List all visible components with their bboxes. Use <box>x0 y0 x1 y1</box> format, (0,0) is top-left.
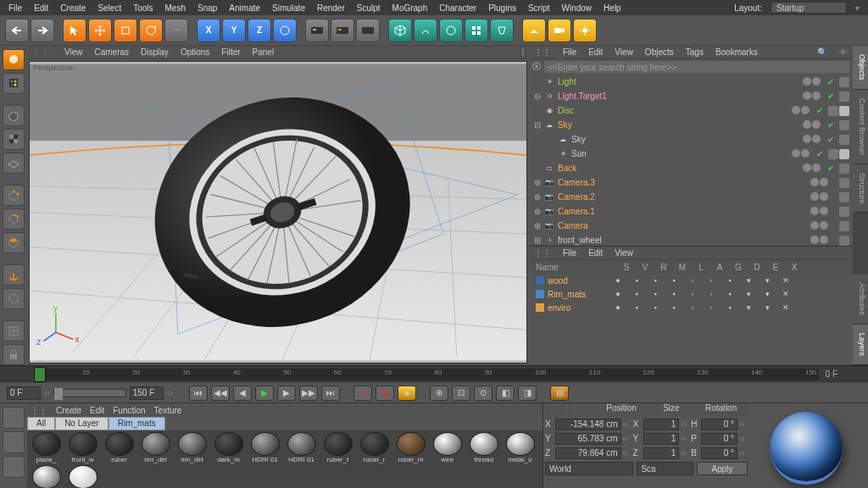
visibility-render-dot[interactable] <box>820 236 828 244</box>
goto-end-button[interactable]: ⏭ <box>321 385 340 401</box>
vp-menu-options[interactable]: Options <box>179 47 211 57</box>
layer-color-swatch[interactable] <box>536 290 544 298</box>
layer-toggle-m[interactable]: ▪ <box>665 290 683 298</box>
spinner-icon[interactable]: ‹› <box>681 434 689 443</box>
object-tag-icon[interactable] <box>839 106 849 116</box>
bot-icon-3[interactable] <box>3 456 25 478</box>
spinner-icon[interactable]: ‹› <box>681 448 689 458</box>
layer-toggle-e[interactable]: ▾ <box>758 303 776 312</box>
layer-toggle-l[interactable]: ◦ <box>683 276 702 285</box>
visibility-render-dot[interactable] <box>820 192 828 201</box>
menu-plugins[interactable]: Plugins <box>483 2 521 14</box>
menu-edit[interactable]: Edit <box>29 2 53 14</box>
layers-menu-view[interactable]: View <box>613 248 635 258</box>
material-thumbnail[interactable]: wire <box>430 432 465 463</box>
next-frame-button[interactable]: ▶ <box>277 385 296 401</box>
mat-tab-rim[interactable]: Rim_mats <box>108 417 165 430</box>
expand-icon[interactable]: ⊕ <box>532 207 542 216</box>
material-thumbnail[interactable]: front_w <box>65 432 100 463</box>
visibility-render-dot[interactable] <box>820 221 828 230</box>
object-row[interactable]: ☁ Sky ✔ <box>529 132 853 147</box>
object-tag-icon[interactable] <box>828 106 838 116</box>
visibility-editor-dot[interactable] <box>810 221 819 230</box>
object-tag-icon[interactable] <box>839 149 849 159</box>
layer-toggle-x[interactable]: ✕ <box>776 303 795 312</box>
material-thumbnail[interactable]: dark_m <box>211 432 246 463</box>
visibility-render-dot[interactable] <box>812 120 821 129</box>
menu-help[interactable]: Help <box>598 2 626 14</box>
object-row[interactable]: ⊕ 📷 Camera.3 <box>529 175 853 190</box>
material-thumbnail[interactable]: ruber_m <box>393 432 428 463</box>
size-field[interactable]: 1 <box>643 447 680 459</box>
bot-icon-2[interactable] <box>3 431 25 453</box>
vp-menu-cameras[interactable]: Cameras <box>93 47 131 57</box>
layers-menu-edit[interactable]: Edit <box>587 248 604 258</box>
obj-menu-tags[interactable]: Tags <box>684 47 705 57</box>
object-row[interactable]: ⊞ ⊹ front_wheel <box>529 233 853 246</box>
texture-mode-button[interactable] <box>3 129 25 150</box>
material-thumbnail[interactable]: ruber <box>102 432 136 463</box>
tab-attributes[interactable]: Attributes <box>853 274 868 324</box>
layer-toggle-v[interactable]: ▪ <box>627 290 646 298</box>
enable-checkmark-icon[interactable]: ✔ <box>827 120 834 130</box>
object-name-label[interactable]: front_wheel <box>556 236 810 245</box>
layer-toggle-d[interactable]: ▾ <box>739 290 758 298</box>
position-field[interactable]: 65.783 cm <box>555 433 621 445</box>
menu-script[interactable]: Script <box>523 2 555 14</box>
viewport-grip-icon[interactable]: ⋮⋮ <box>31 47 51 57</box>
layer-toggle-e[interactable]: ▾ <box>758 290 776 298</box>
spinner-icon[interactable]: ‹› <box>623 434 632 443</box>
layer-toggle-a[interactable]: ◦ <box>702 276 721 285</box>
layer-toggle-m[interactable]: ▪ <box>665 276 683 285</box>
object-tag-icon[interactable] <box>839 221 849 231</box>
size-field[interactable]: 1 <box>643 433 680 445</box>
array-button[interactable] <box>465 19 488 42</box>
menu-select[interactable]: Select <box>92 2 126 14</box>
perspective-viewport[interactable]: Perspective <box>29 61 527 363</box>
enable-checkmark-icon[interactable]: ✔ <box>827 135 834 145</box>
layer-toggle-m[interactable]: ▪ <box>665 303 683 312</box>
object-search-input[interactable]: <<Enter your search string here>> <box>544 61 849 73</box>
obj-menu-edit[interactable]: Edit <box>587 47 604 57</box>
layer-toggle-e[interactable]: ▾ <box>758 276 776 285</box>
axis-x-button[interactable]: X <box>197 19 220 42</box>
object-tag-icon[interactable] <box>839 207 849 217</box>
layer-toggle-s[interactable]: ● <box>609 276 627 285</box>
layer-color-swatch[interactable] <box>536 303 544 312</box>
object-tag-icon[interactable] <box>839 178 849 188</box>
layer-toggle-g[interactable]: ▪ <box>721 290 739 298</box>
coord-system-button[interactable] <box>273 19 297 42</box>
material-thumbnail[interactable]: rim_dirt <box>175 432 209 463</box>
visibility-render-dot[interactable] <box>812 135 821 143</box>
layer-row[interactable]: Rim_mats ●▪▪▪◦◦▪▾▾✕ <box>529 287 853 301</box>
layer-toggle-s[interactable]: ● <box>609 303 627 312</box>
render-view-button[interactable] <box>305 19 329 42</box>
menu-animate[interactable]: Animate <box>224 2 265 14</box>
obj-menu-bookmarks[interactable]: Bookmarks <box>714 47 760 57</box>
material-thumbnail[interactable]: thread <box>466 432 501 463</box>
object-tag-icon[interactable] <box>839 77 849 87</box>
key-pla-button[interactable]: ◨ <box>518 385 537 401</box>
visibility-editor-dot[interactable] <box>810 178 819 186</box>
spinner-icon[interactable]: ‹› <box>623 419 632 429</box>
coords-grip-icon[interactable]: ⋮⋮ <box>547 403 597 417</box>
record-button[interactable]: ● <box>353 385 372 401</box>
visibility-editor-dot[interactable] <box>792 106 800 114</box>
object-manager-list[interactable]: ☀ Light ✔ ⊖ ⊙ Light.Target1 ✔ ◉ Disc <box>529 75 853 246</box>
mat-menu-create[interactable]: Create <box>56 406 81 415</box>
visibility-render-dot[interactable] <box>801 149 810 158</box>
key-scale-button[interactable]: ⊡ <box>452 385 470 401</box>
layer-toggle-a[interactable]: ◦ <box>702 303 721 312</box>
layer-toggle-r[interactable]: ▪ <box>646 276 665 285</box>
axis-y-button[interactable]: Y <box>222 19 246 42</box>
material-thumbnail[interactable]: ruber_r <box>357 432 392 463</box>
rotation-field[interactable]: 0 ° <box>701 447 737 459</box>
object-name-label[interactable]: Sky <box>556 120 803 130</box>
layer-toggle-l[interactable]: ◦ <box>683 290 702 298</box>
spinner-icon[interactable]: ‹› <box>739 448 748 458</box>
locked-workplane-button[interactable] <box>3 344 25 365</box>
range-slider[interactable] <box>53 389 126 397</box>
spinner-icon[interactable]: ‹› <box>739 434 748 443</box>
object-name-label[interactable]: Camera <box>556 221 810 230</box>
layer-toggle-r[interactable]: ▪ <box>646 290 665 298</box>
